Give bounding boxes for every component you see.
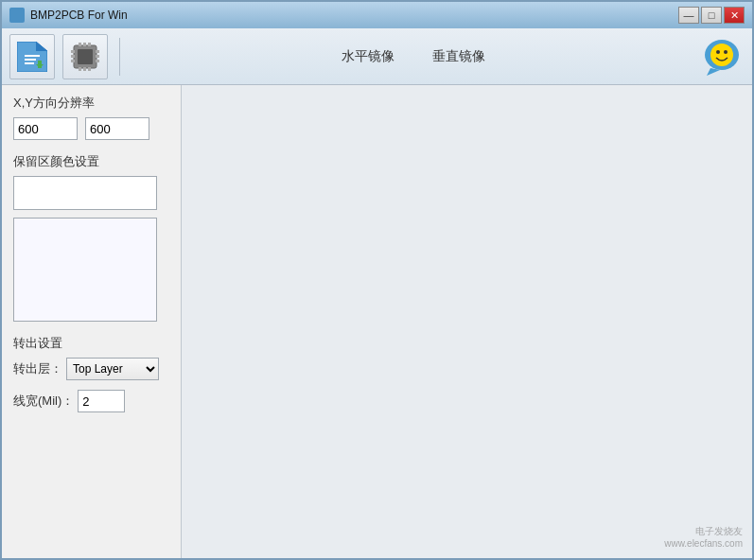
output-section-label: 转出设置 (13, 335, 169, 352)
svg-rect-14 (96, 60, 99, 62)
minimize-button[interactable]: — (678, 7, 699, 24)
svg-rect-8 (78, 49, 93, 64)
close-button[interactable]: ✕ (724, 7, 745, 24)
svg-rect-17 (88, 43, 91, 46)
svg-rect-13 (96, 55, 99, 58)
linewidth-row: 线宽(Mil)： (13, 390, 169, 412)
svg-point-23 (710, 44, 733, 66)
right-panel: 电子发烧友 www.elecfans.com (182, 85, 752, 558)
linewidth-label: 线宽(Mil)： (13, 393, 74, 410)
layer-label: 转出层： (13, 360, 62, 377)
title-bar: BMP2PCB For Win — □ ✕ (2, 2, 752, 28)
svg-rect-11 (71, 60, 75, 62)
watermark-url: www.elecfans.com (664, 538, 743, 549)
svg-rect-10 (71, 55, 75, 58)
linewidth-input[interactable] (78, 390, 125, 412)
resolution-label: X,Y方向分辨率 (13, 95, 169, 112)
svg-rect-15 (79, 43, 81, 46)
pcb-icon (70, 42, 100, 72)
chat-smiley-icon (703, 36, 745, 78)
layer-select[interactable]: Top Layer Bottom Layer GTO GBO (66, 358, 159, 380)
color-preview-box[interactable] (13, 218, 157, 322)
vertical-mirror-button[interactable]: 垂直镜像 (432, 48, 485, 65)
svg-rect-3 (25, 59, 36, 61)
chat-icon[interactable] (703, 36, 745, 78)
title-bar-buttons: — □ ✕ (678, 7, 745, 24)
pcb-button[interactable] (62, 34, 108, 79)
svg-rect-20 (88, 67, 91, 71)
toolbar-center: 水平镜像 垂直镜像 (132, 48, 695, 65)
output-section: 转出设置 转出层： Top Layer Bottom Layer GTO GBO… (13, 335, 169, 412)
title-bar-left: BMP2PCB For Win (9, 8, 128, 23)
layer-row: 转出层： Top Layer Bottom Layer GTO GBO (13, 358, 169, 380)
resolution-row (13, 117, 169, 140)
svg-point-24 (716, 50, 720, 54)
svg-rect-18 (79, 67, 81, 71)
left-panel: X,Y方向分辨率 保留区颜色设置 转出设置 转出层： Top Layer Bot… (2, 85, 182, 558)
svg-rect-12 (96, 50, 99, 53)
color-section-label: 保留区颜色设置 (13, 153, 169, 170)
svg-rect-9 (71, 50, 75, 53)
import-icon (17, 42, 47, 72)
app-icon (9, 8, 25, 23)
main-content: X,Y方向分辨率 保留区颜色设置 转出设置 转出层： Top Layer Bot… (2, 85, 752, 558)
watermark-site: 电子发烧友 (664, 525, 743, 538)
watermark: 电子发烧友 www.elecfans.com (664, 525, 743, 549)
svg-rect-19 (83, 67, 86, 71)
svg-point-25 (724, 50, 728, 54)
resolution-y-input[interactable] (85, 117, 149, 140)
window-title: BMP2PCB For Win (30, 9, 128, 22)
toolbar: 水平镜像 垂直镜像 (2, 28, 752, 85)
maximize-button[interactable]: □ (701, 7, 722, 24)
import-button[interactable] (9, 34, 55, 79)
svg-rect-16 (83, 43, 86, 46)
svg-rect-4 (25, 62, 34, 64)
color-section: 保留区颜色设置 (13, 153, 169, 322)
color-display-box[interactable] (13, 176, 157, 210)
toolbar-right (703, 36, 745, 78)
svg-rect-2 (25, 55, 40, 57)
main-window: BMP2PCB For Win — □ ✕ (0, 0, 754, 560)
horizontal-mirror-button[interactable]: 水平镜像 (342, 48, 395, 65)
resolution-x-input[interactable] (13, 117, 78, 140)
toolbar-separator (119, 38, 120, 76)
